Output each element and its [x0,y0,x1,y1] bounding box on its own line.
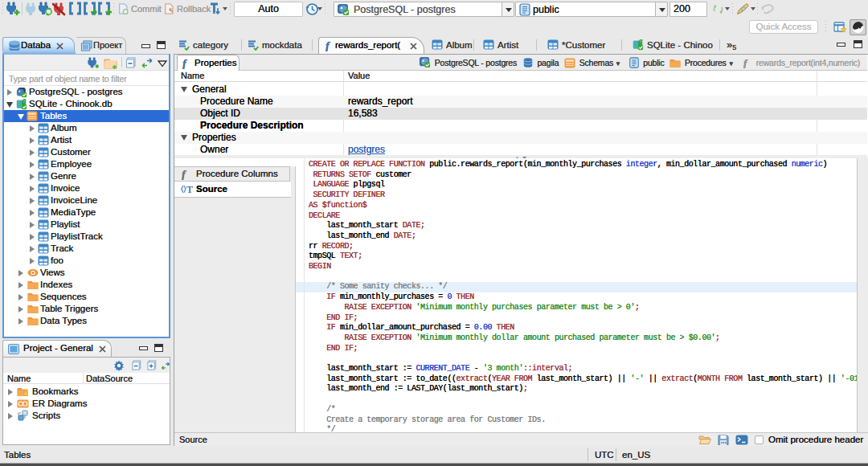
svg-text:f: f [182,58,187,69]
svg-text:f: f [326,40,330,51]
svg-text:f: f [743,58,748,68]
svg-text:f: f [182,169,186,180]
